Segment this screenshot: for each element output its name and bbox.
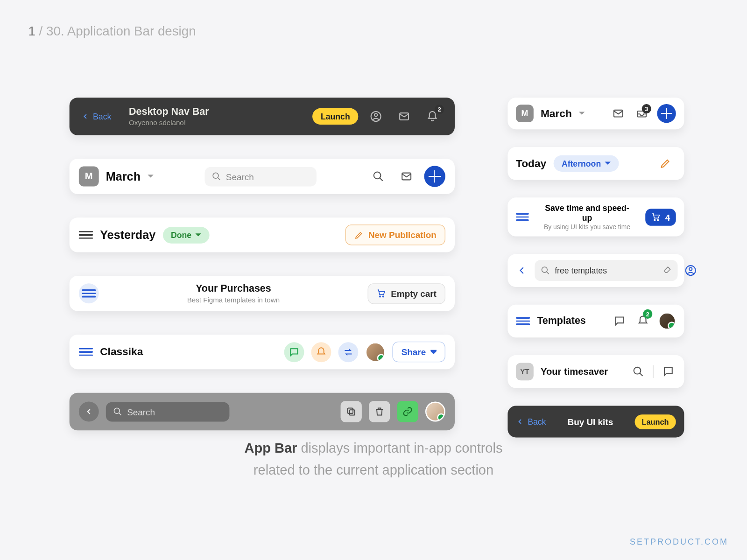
chevron-down-icon (430, 349, 437, 355)
launch-button[interactable]: Launch (634, 414, 676, 429)
appbar-today: Today Afternoon (507, 147, 684, 180)
search-placeholder: Search (127, 406, 155, 416)
delete-button[interactable] (369, 401, 390, 422)
search-input[interactable]: Search (106, 402, 230, 421)
svg-point-8 (114, 408, 120, 413)
appbar-search (507, 254, 684, 287)
inbox-badge: 3 (642, 104, 651, 113)
mail-button[interactable] (394, 106, 415, 127)
menu-button[interactable] (79, 231, 93, 239)
avatar[interactable]: YT (516, 363, 534, 380)
appbar-title: Classika (100, 346, 143, 358)
search-input[interactable] (535, 260, 677, 281)
search-button[interactable] (631, 361, 646, 382)
search-icon (373, 170, 384, 182)
back-label: Back (93, 112, 111, 121)
cart-icon (377, 289, 386, 298)
appbar-title: Templates (537, 315, 585, 327)
avatar[interactable]: M (79, 167, 99, 187)
launch-button[interactable]: Launch (312, 108, 358, 125)
appbar-gray-search: Search (70, 393, 455, 431)
profile-button[interactable] (685, 260, 697, 281)
search-button[interactable] (368, 166, 389, 187)
back-label: Back (528, 417, 546, 426)
chevron-left-icon (84, 407, 93, 416)
plus-icon (424, 166, 445, 187)
menu-button[interactable] (79, 348, 93, 356)
chip-label: Afternoon (562, 159, 601, 168)
status-chip[interactable]: Done (162, 227, 209, 243)
svg-point-1 (374, 113, 377, 116)
avatar[interactable]: M (516, 105, 534, 122)
appbar-title: Today (516, 157, 546, 169)
copy-button[interactable] (341, 401, 362, 422)
trash-icon (374, 406, 385, 417)
search-field[interactable] (555, 266, 658, 275)
empty-cart-button[interactable]: Empty cart (368, 283, 445, 304)
footer-text-2: related to the current application secti… (254, 462, 493, 477)
swap-button[interactable] (338, 342, 359, 362)
appbar-save-time: Save time and speed-up By using UI kits … (507, 197, 684, 236)
link-button[interactable] (397, 401, 418, 422)
mail-button[interactable] (610, 105, 627, 122)
appbar-dark-desktop: Back Desktop Nav Bar Oxyenno sdelano! La… (70, 98, 455, 135)
notification-button[interactable]: 2 (422, 106, 443, 127)
add-button[interactable] (657, 104, 676, 123)
add-button[interactable] (424, 166, 445, 187)
notification-button[interactable] (311, 342, 331, 362)
search-input[interactable]: Search (204, 167, 316, 186)
chat-button[interactable] (284, 342, 304, 362)
cart-button[interactable]: 4 (645, 209, 676, 226)
appbar-subtitle: Oxyenno sdelano! (129, 119, 209, 127)
clear-button[interactable] (662, 265, 672, 276)
chevron-left-icon (516, 265, 528, 276)
appbar-classika: Classika Share (70, 335, 455, 369)
chat-button[interactable] (661, 361, 676, 382)
search-icon (212, 172, 221, 181)
avatar[interactable] (425, 402, 445, 422)
cart-count: 4 (665, 212, 670, 222)
user-circle-icon (685, 265, 697, 276)
notification-button[interactable]: 2 (635, 310, 651, 331)
mail-button[interactable] (396, 166, 417, 187)
menu-button[interactable] (79, 283, 99, 303)
appbar-templates: Templates 2 (507, 305, 684, 338)
new-publication-button[interactable]: New Publication (345, 224, 445, 245)
pencil-icon (354, 230, 364, 239)
avatar[interactable] (366, 342, 386, 362)
chat-button[interactable] (611, 310, 627, 331)
eraser-icon (662, 265, 672, 274)
svg-point-15 (542, 267, 547, 273)
back-button[interactable] (79, 402, 99, 422)
appbar-title: Yesterday (100, 228, 155, 242)
appbar-title: Save time and speed-up (543, 203, 631, 222)
appbar-buy-ui-kits: Back Buy UI kits Launch (507, 406, 684, 437)
back-button[interactable]: Back (81, 112, 111, 121)
back-button[interactable]: Back (516, 417, 546, 426)
chat-icon (662, 366, 674, 378)
swap-icon (343, 347, 354, 357)
breadcrumb-current: 1 (28, 23, 35, 38)
appbar-title: March (541, 107, 572, 119)
menu-button[interactable] (516, 317, 530, 325)
breadcrumb-title: Application Bar design (67, 23, 196, 38)
chevron-down-icon[interactable] (148, 174, 154, 180)
edit-button[interactable] (655, 153, 676, 174)
appbar-march-compact: M March 3 (507, 98, 684, 129)
divider (653, 365, 654, 378)
inbox-button[interactable]: 3 (634, 105, 650, 122)
search-icon (633, 366, 644, 378)
profile-button[interactable] (365, 106, 386, 127)
appbar-title: March (106, 170, 141, 183)
notification-badge: 2 (435, 105, 444, 114)
menu-button[interactable] (516, 213, 529, 221)
cart-icon (651, 212, 660, 222)
back-button[interactable] (516, 260, 528, 281)
share-button[interactable]: Share (393, 342, 445, 362)
bell-icon (316, 347, 327, 357)
period-chip[interactable]: Afternoon (553, 155, 619, 172)
chevron-down-icon[interactable] (579, 111, 585, 117)
btn-label: Share (402, 347, 426, 357)
footer-text-1: displays important in-app controls (297, 441, 502, 455)
avatar[interactable] (658, 312, 676, 330)
